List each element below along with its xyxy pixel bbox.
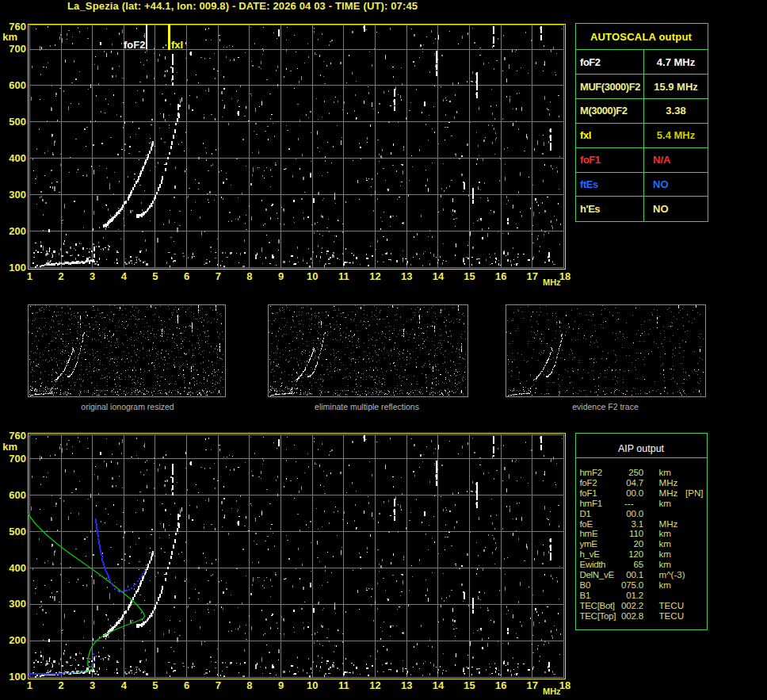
svg-text:11: 11 xyxy=(338,270,349,282)
svg-text:3.1: 3.1 xyxy=(631,518,643,529)
svg-text:h_vE: h_vE xyxy=(580,549,601,559)
svg-text:600: 600 xyxy=(9,79,26,91)
svg-text:11: 11 xyxy=(338,679,349,691)
svg-text:TEC[Top]: TEC[Top] xyxy=(580,610,616,621)
svg-text:10: 10 xyxy=(307,270,318,282)
svg-text:AIP output: AIP output xyxy=(618,443,665,454)
svg-text:075.0: 075.0 xyxy=(621,580,643,590)
svg-text:14: 14 xyxy=(433,679,445,691)
svg-text:65: 65 xyxy=(634,559,644,569)
svg-text:ymE: ymE xyxy=(580,538,598,549)
svg-text:DelN_vE: DelN_vE xyxy=(580,569,615,580)
svg-text:110: 110 xyxy=(629,528,643,538)
svg-text:4: 4 xyxy=(121,679,128,691)
svg-text:m^(-3): m^(-3) xyxy=(659,569,685,580)
svg-text:700: 700 xyxy=(9,453,26,465)
svg-text:20: 20 xyxy=(634,538,644,549)
svg-text:14: 14 xyxy=(433,270,445,282)
svg-text:6: 6 xyxy=(184,679,189,691)
svg-text:1: 1 xyxy=(27,679,32,691)
svg-text:00.0: 00.0 xyxy=(626,488,643,498)
svg-text:ftEs: ftEs xyxy=(580,178,598,190)
svg-text:foE: foE xyxy=(580,518,593,529)
svg-text:500: 500 xyxy=(9,116,26,128)
svg-text:km: km xyxy=(659,528,671,538)
svg-text:B0: B0 xyxy=(580,580,590,590)
svg-text:8: 8 xyxy=(246,270,252,282)
svg-text:km: km xyxy=(659,580,671,590)
svg-text:foF2: foF2 xyxy=(580,477,597,488)
svg-text:5: 5 xyxy=(152,679,158,691)
svg-text:5: 5 xyxy=(152,270,158,282)
svg-text:18: 18 xyxy=(559,679,570,691)
svg-text:foF1: foF1 xyxy=(580,154,601,166)
svg-text:h'Es: h'Es xyxy=(580,203,600,215)
svg-text:TECU: TECU xyxy=(659,600,685,610)
svg-text:5.4 MHz: 5.4 MHz xyxy=(657,129,696,141)
svg-text:B1: B1 xyxy=(580,590,590,600)
svg-text:9: 9 xyxy=(278,679,284,691)
svg-text:La_Spezia (lat: +44.1, lon: 00: La_Spezia (lat: +44.1, lon: 009.8) - DAT… xyxy=(67,0,418,12)
svg-text:TECU: TECU xyxy=(659,610,685,621)
svg-text:hmF2: hmF2 xyxy=(580,467,602,477)
svg-text:300: 300 xyxy=(9,189,26,201)
svg-text:evidence F2 trace: evidence F2 trace xyxy=(572,402,639,411)
svg-text:MHz: MHz xyxy=(659,488,678,498)
svg-text:100: 100 xyxy=(9,671,26,683)
svg-text:km: km xyxy=(659,538,671,549)
svg-text:600: 600 xyxy=(9,489,26,501)
svg-text:2: 2 xyxy=(58,270,63,282)
svg-text:200: 200 xyxy=(9,225,26,237)
svg-text:9: 9 xyxy=(278,270,284,282)
svg-text:hmF1: hmF1 xyxy=(580,498,602,508)
svg-text:km: km xyxy=(2,31,17,43)
svg-text:01.2: 01.2 xyxy=(626,590,643,600)
svg-text:400: 400 xyxy=(9,152,26,164)
svg-text:2: 2 xyxy=(58,679,63,691)
svg-text:4: 4 xyxy=(121,270,128,282)
svg-text:400: 400 xyxy=(9,562,26,574)
svg-text:500: 500 xyxy=(9,526,26,537)
svg-text:original ionogram resized: original ionogram resized xyxy=(81,402,174,411)
svg-text:N/A: N/A xyxy=(653,154,671,166)
svg-text:MHz: MHz xyxy=(543,277,561,287)
svg-text:18: 18 xyxy=(559,270,570,282)
svg-text:17: 17 xyxy=(527,270,538,282)
svg-text:300: 300 xyxy=(9,598,26,610)
svg-text:[PN]: [PN] xyxy=(685,488,704,498)
svg-text:002.8: 002.8 xyxy=(621,610,643,621)
svg-text:MHz: MHz xyxy=(659,518,678,529)
svg-text:10: 10 xyxy=(307,679,318,691)
svg-text:km: km xyxy=(2,441,17,453)
svg-text:12: 12 xyxy=(369,270,380,282)
svg-text:17: 17 xyxy=(527,679,538,691)
svg-text:MHz: MHz xyxy=(543,687,561,696)
svg-text:00.1: 00.1 xyxy=(626,569,643,580)
svg-text:hmE: hmE xyxy=(580,528,598,538)
svg-text:eliminate multiple reflections: eliminate multiple reflections xyxy=(315,402,419,411)
svg-text:15.9 MHz: 15.9 MHz xyxy=(654,81,698,93)
svg-text:4.7 MHz: 4.7 MHz xyxy=(657,56,696,68)
svg-text:foF1: foF1 xyxy=(580,488,597,498)
svg-text:km: km xyxy=(659,549,671,559)
svg-text:6: 6 xyxy=(184,270,189,282)
svg-text:M(3000)F2: M(3000)F2 xyxy=(580,105,628,117)
svg-text:MHz: MHz xyxy=(659,477,678,488)
svg-text:16: 16 xyxy=(495,679,506,691)
svg-text:15: 15 xyxy=(464,679,475,691)
svg-text:fxI: fxI xyxy=(171,39,183,51)
svg-text:foF2: foF2 xyxy=(124,39,145,51)
svg-text:km: km xyxy=(659,559,671,569)
svg-text:D1: D1 xyxy=(580,508,591,518)
svg-text:200: 200 xyxy=(9,634,26,646)
svg-text:13: 13 xyxy=(401,270,412,282)
svg-text:100: 100 xyxy=(9,262,26,273)
svg-text:1: 1 xyxy=(27,270,32,282)
svg-text:3: 3 xyxy=(90,270,95,282)
svg-text:04.7: 04.7 xyxy=(626,477,643,488)
svg-text:16: 16 xyxy=(495,270,506,282)
svg-text:7: 7 xyxy=(216,270,221,282)
svg-text:120: 120 xyxy=(628,549,643,559)
svg-text:km: km xyxy=(659,498,671,508)
svg-text:km: km xyxy=(659,467,671,477)
